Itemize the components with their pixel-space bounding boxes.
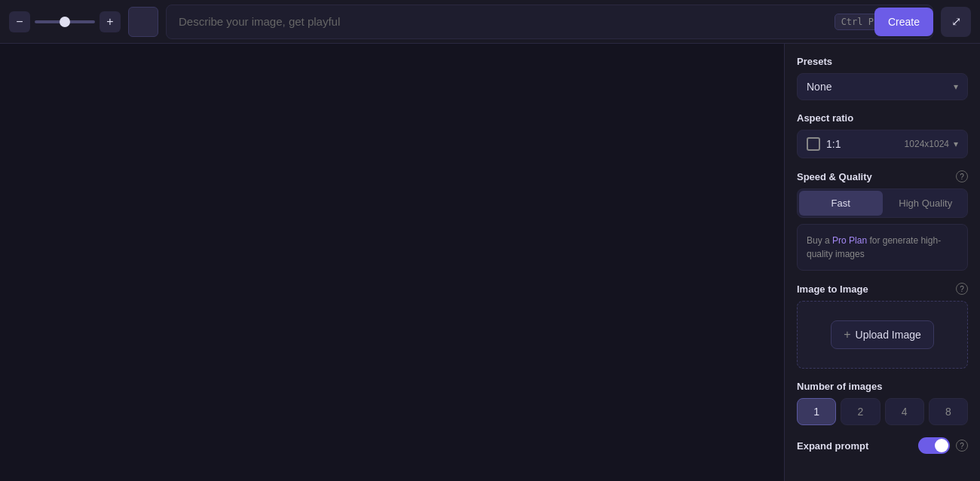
right-panel: Presets None ▾ Aspect ratio 1:1 1024x102… <box>784 44 980 481</box>
speed-quality-section: Speed & Quality ? Fast High Quality Buy … <box>797 170 968 271</box>
image-thumbnail <box>128 7 158 37</box>
img2img-help-icon[interactable]: ? <box>956 283 968 295</box>
zoom-in-button[interactable]: + <box>100 11 121 32</box>
aspect-right: 1024x1024 ▾ <box>905 139 958 149</box>
upload-image-button[interactable]: + Upload Image <box>831 320 934 349</box>
fast-quality-button[interactable]: Fast <box>799 191 883 216</box>
pro-plan-link[interactable]: Pro Plan <box>832 235 867 246</box>
aspect-ratio-label: Aspect ratio <box>797 112 968 124</box>
toggle-knob <box>935 439 948 452</box>
high-quality-button[interactable]: High Quality <box>884 189 968 217</box>
img2img-header: Image to Image ? <box>797 283 968 295</box>
chevron-down-icon: ▾ <box>954 81 958 92</box>
num-images-8-button[interactable]: 8 <box>929 398 968 425</box>
toolbar: − + Ctrl P Create ⤢ <box>0 0 980 44</box>
num-images-4-button[interactable]: 4 <box>885 398 924 425</box>
create-button[interactable]: Create <box>874 8 933 36</box>
expand-canvas-button[interactable]: ⤢ <box>941 7 971 37</box>
canvas-area[interactable] <box>0 44 784 481</box>
aspect-ratio-value: 1:1 <box>826 138 841 150</box>
shortcut-badge: Ctrl P <box>835 14 880 30</box>
expand-prompt-right: ? <box>918 437 968 454</box>
presets-label: Presets <box>797 56 968 67</box>
prompt-input[interactable] <box>166 5 933 39</box>
sq-header: Speed & Quality ? <box>797 170 968 182</box>
img2img-label: Image to Image <box>797 283 868 295</box>
num-images-buttons: 1 2 4 8 <box>797 398 968 425</box>
presets-dropdown[interactable]: None ▾ <box>797 73 968 100</box>
num-images-1-button[interactable]: 1 <box>797 398 836 425</box>
upgrade-box: Buy a Pro Plan for generate high-quality… <box>797 224 968 271</box>
aspect-left: 1:1 <box>807 137 841 151</box>
aspect-ratio-dropdown[interactable]: 1:1 1024x1024 ▾ <box>797 130 968 158</box>
speed-quality-label: Speed & Quality <box>797 171 872 182</box>
img2img-section: Image to Image ? + Upload Image <box>797 283 968 369</box>
presets-section: Presets None ▾ <box>797 56 968 100</box>
num-images-section: Number of images 1 2 4 8 <box>797 381 968 425</box>
quality-toggle: Fast High Quality <box>797 188 968 218</box>
upgrade-text-prefix: Buy a <box>807 235 832 246</box>
num-images-label: Number of images <box>797 381 968 392</box>
zoom-controls: − + <box>9 11 121 32</box>
aspect-square-icon <box>807 137 820 151</box>
expand-prompt-label: Expand prompt <box>797 440 868 452</box>
aspect-size: 1024x1024 <box>905 139 949 149</box>
zoom-slider[interactable] <box>35 20 95 23</box>
expand-prompt-row: Expand prompt ? <box>797 437 968 454</box>
upload-label: Upload Image <box>856 329 921 341</box>
main-layout: Presets None ▾ Aspect ratio 1:1 1024x102… <box>0 44 980 481</box>
expand-prompt-help-icon[interactable]: ? <box>956 440 968 452</box>
upload-zone[interactable]: + Upload Image <box>797 301 968 369</box>
presets-value: None <box>807 81 831 93</box>
plus-icon: + <box>844 328 850 342</box>
aspect-ratio-section: Aspect ratio 1:1 1024x1024 ▾ <box>797 112 968 158</box>
expand-prompt-toggle[interactable] <box>918 437 950 454</box>
speed-quality-help-icon[interactable]: ? <box>956 170 968 182</box>
num-images-2-button[interactable]: 2 <box>841 398 880 425</box>
zoom-out-button[interactable]: − <box>9 11 30 32</box>
chevron-down-icon: ▾ <box>954 139 958 149</box>
prompt-area: Ctrl P Create <box>166 5 933 39</box>
